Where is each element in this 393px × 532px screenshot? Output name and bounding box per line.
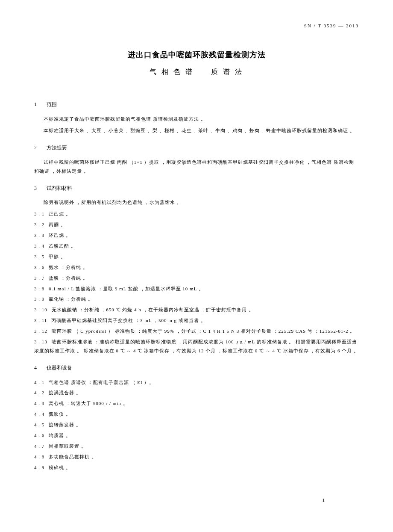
item-4-1-text: 气相色谱 质谱仪 ：配有电子轰击源 （ EI ）。 [49, 380, 154, 385]
item-3-9: 3 . 9氯化钠 ：分析纯 。 [34, 295, 359, 304]
page-number: 1 [323, 496, 325, 505]
section-3-title: 试剂和材料 [47, 185, 72, 191]
item-4-3: 4 . 3离心机 ：转速大于 5000 r / min 。 [34, 399, 359, 408]
item-4-4: 4 . 4氮吹仪 。 [34, 410, 359, 419]
header-standard-code: SN / T 3539 — 2013 [34, 21, 359, 30]
item-3-1-text: 正己烷 。 [49, 211, 71, 216]
item-3-6-text: 氨水 ：分析纯 。 [49, 265, 88, 270]
item-3-4-text: 乙酸乙酯 。 [49, 243, 76, 248]
item-4-8: 4 . 8多功能食品搅拌机 。 [34, 452, 359, 461]
item-4-6-text: 均质器 。 [49, 433, 71, 438]
item-3-5: 3 . 5甲醇 。 [34, 252, 359, 261]
item-3-11-text: 丙磺酰基甲硅烷基硅胶阳离子交换柱 ：3 mL ，500 m g 或相当者 。 [51, 318, 205, 323]
item-4-8-text: 多功能食品搅拌机 。 [49, 454, 97, 459]
item-3-10-text: 无水硫酸钠 ：分析纯 ，650 ℃ 灼烧 4 h ，在干燥器内冷却至室温 ，贮于… [52, 307, 254, 312]
item-3-7-text: 盐酸 ：分析纯 。 [49, 275, 88, 281]
section-1-number: 1 [34, 100, 45, 109]
item-3-3-text: 环己烷 。 [49, 233, 71, 238]
item-3-8: 3 . 80.1 mol / L 盐酸溶液 ：量取 9 mL 盐酸 ，加适量水稀… [34, 284, 359, 293]
item-3-5-text: 甲醇 。 [49, 254, 66, 259]
item-3-12: 3 . 12嘧菌环胺 （ C yprodinil ） 标准物质 ：纯度大于 99… [34, 327, 359, 336]
item-4-3-text: 离心机 ：转速大于 5000 r / min 。 [49, 401, 128, 406]
item-3-3: 3 . 3环己烷 。 [34, 231, 359, 240]
subtitle-left: 气 相 色 谱 [150, 68, 194, 75]
item-3-2-text: 丙酮 。 [49, 222, 66, 227]
page-container: SN / T 3539 — 2013 进出口食品中嘧菌环胺残留量检测方法 气 相… [34, 21, 359, 513]
item-4-5-text: 旋转蒸发器 。 [49, 422, 81, 427]
section-1-heading: 1 范围 [34, 100, 359, 109]
item-3-8-text: 0.1 mol / L 盐酸溶液 ：量取 9 mL 盐酸 ，加适量水稀释至 10… [49, 286, 203, 291]
item-4-5: 4 . 5旋转蒸发器 。 [34, 420, 359, 429]
section-3-intro: 除另有说明外 ，所用的有机试剂均为色谱纯 ，水为蒸馏水 。 [34, 198, 359, 207]
section-3-number: 3 [34, 183, 45, 193]
item-3-4: 3 . 4乙酸乙酯 。 [34, 242, 359, 251]
item-4-2-text: 旋涡混合器 。 [49, 390, 81, 395]
item-3-7: 3 . 7盐酸 ：分析纯 。 [34, 274, 359, 283]
section-3-heading: 3 试剂和材料 [34, 183, 359, 193]
section-4-number: 4 [34, 363, 45, 373]
item-4-1: 4 . 1气相色谱 质谱仪 ：配有电子轰击源 （ EI ）。 [34, 378, 359, 387]
section-2-number: 2 [34, 143, 45, 153]
section-4-heading: 4 仪器和设备 [34, 363, 359, 373]
section-1-para-1: 本标准规定了食品中嘧菌环胺残留量的气相色谱 质谱检测及确证方法 。 [34, 115, 359, 124]
section-1-para-2: 本标准适用于大米 、大豆 、小葱菜 、甜豌豆 、梨 、椪柑 、花生 、茶叶 、牛… [34, 126, 359, 135]
item-3-1: 3 . 1正己烷 。 [34, 210, 359, 219]
item-3-11: 3 . 11丙磺酰基甲硅烷基硅胶阳离子交换柱 ：3 mL ，500 m g 或相… [34, 316, 359, 325]
item-4-4-text: 氮吹仪 。 [49, 411, 71, 417]
item-4-2: 4 . 2旋涡混合器 。 [34, 388, 359, 397]
section-2-para-1: 试样中残留的嘧菌环胺经正己烷 丙酮 （1+1 ）提取 ，用凝胶渗透色谱柱和丙磺酰… [34, 158, 359, 176]
section-2-heading: 2 方法提要 [34, 143, 359, 153]
item-3-2: 3 . 2丙酮 。 [34, 220, 359, 229]
item-3-12-text: 嘧菌环胺 （ C yprodinil ） 标准物质 ：纯度大于 99% ，分子式… [52, 328, 355, 334]
document-title: 进出口食品中嘧菌环胺残留量检测方法 [34, 47, 359, 62]
item-3-10: 3 . 10无水硫酸钠 ：分析纯 ，650 ℃ 灼烧 4 h ，在干燥器内冷却至… [34, 305, 359, 314]
document-subtitle: 气 相 色 谱质 谱 法 [34, 65, 359, 78]
item-3-13-text: 嘧菌环胺标准溶液 ：准确称取适量的嘧菌环胺标准物质 ，用丙酮配成浓度为 100 … [34, 339, 359, 353]
item-4-7: 4 . 7固相萃取装置 。 [34, 442, 359, 451]
item-3-13: 3 . 13嘧菌环胺标准溶液 ：准确称取适量的嘧菌环胺标准物质 ，用丙酮配成浓度… [34, 337, 359, 355]
section-1-title: 范围 [47, 101, 57, 107]
item-4-9: 4 . 9粉碎机 。 [34, 463, 359, 472]
item-3-9-text: 氯化钠 ：分析纯 。 [49, 296, 93, 301]
item-4-7-text: 固相萃取装置 。 [49, 443, 86, 449]
subtitle-right: 质 谱 法 [211, 68, 243, 75]
section-4-title: 仪器和设备 [47, 365, 72, 371]
item-4-9-text: 粉碎机 。 [49, 465, 71, 470]
item-4-6: 4 . 6均质器 。 [34, 431, 359, 440]
item-3-6: 3 . 6氨水 ：分析纯 。 [34, 263, 359, 272]
section-2-title: 方法提要 [47, 145, 67, 151]
